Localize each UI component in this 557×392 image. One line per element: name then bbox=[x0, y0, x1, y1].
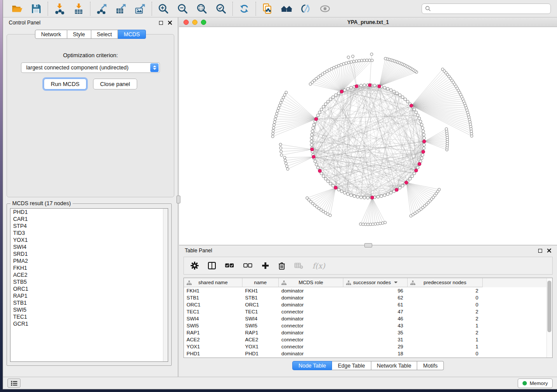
houses-icon[interactable] bbox=[281, 3, 292, 14]
table-cell: dominator bbox=[279, 329, 343, 336]
tab-motifs[interactable]: Motifs bbox=[417, 361, 443, 370]
memory-button[interactable]: Memory bbox=[518, 378, 553, 388]
mcds-result-item[interactable]: TID3 bbox=[10, 230, 168, 237]
mcds-result-item[interactable]: ACE2 bbox=[10, 272, 168, 279]
column-header-mcds-role[interactable]: MCDS role bbox=[279, 278, 343, 287]
mcds-result-item[interactable]: PMA2 bbox=[10, 258, 168, 265]
apply-layout-icon[interactable] bbox=[239, 3, 250, 14]
tab-select[interactable]: Select bbox=[91, 30, 118, 39]
search-field[interactable] bbox=[422, 3, 551, 14]
maximize-window-icon[interactable] bbox=[201, 20, 206, 25]
zoom-out-icon[interactable] bbox=[177, 3, 188, 14]
save-session-icon[interactable] bbox=[31, 3, 42, 14]
table-panel-title: Table Panel bbox=[185, 248, 212, 254]
mcds-result-item[interactable]: PHD1 bbox=[10, 209, 168, 216]
table-row[interactable]: RAP1RAP1dominator352 bbox=[184, 329, 552, 336]
table-row[interactable]: STB1STB1dominator620 bbox=[184, 294, 552, 301]
import-table-icon[interactable] bbox=[73, 3, 84, 14]
table-row[interactable]: YOX1YOX1connector291 bbox=[184, 343, 552, 350]
duplicate-network-icon[interactable] bbox=[262, 3, 273, 14]
mcds-result-item[interactable]: GCR1 bbox=[10, 320, 168, 327]
table-cell: 46 bbox=[343, 315, 408, 322]
criterion-select[interactable]: largest connected component (undirected) bbox=[21, 62, 160, 73]
export-network-icon[interactable] bbox=[96, 3, 107, 14]
table-row[interactable]: TEC1TEC1connector472 bbox=[184, 308, 552, 315]
tab-mcds[interactable]: MCDS bbox=[118, 30, 146, 39]
minimize-window-icon[interactable] bbox=[192, 20, 197, 25]
table-scrollbar-track[interactable] bbox=[547, 278, 552, 358]
table-cell: 0 bbox=[408, 301, 483, 308]
eye-icon[interactable] bbox=[319, 3, 331, 14]
show-panels-button[interactable] bbox=[7, 378, 21, 388]
tab-network-table[interactable]: Network Table bbox=[371, 361, 418, 370]
mcds-result-item[interactable]: TEC1 bbox=[10, 313, 168, 320]
search-input[interactable] bbox=[433, 6, 547, 12]
tab-style[interactable]: Style bbox=[67, 30, 91, 39]
export-image-icon[interactable] bbox=[135, 3, 146, 14]
table-cell: ORC1 bbox=[242, 301, 279, 308]
mcds-result-item[interactable]: STB1 bbox=[10, 299, 168, 306]
table-row[interactable]: PHD1PHD1dominator180 bbox=[184, 350, 552, 357]
mcds-result-item[interactable]: SRD1 bbox=[10, 251, 168, 258]
table-cell: dominator bbox=[279, 350, 343, 357]
float-panel-icon[interactable] bbox=[159, 21, 163, 25]
network-canvas[interactable] bbox=[179, 27, 557, 245]
select-all-rows-icon[interactable] bbox=[225, 263, 234, 268]
graphics-details-icon[interactable] bbox=[300, 3, 311, 14]
mcds-result-item[interactable]: STB5 bbox=[10, 279, 168, 285]
table-row[interactable]: SWI5SWI5connector431 bbox=[184, 322, 552, 329]
mcds-result-item[interactable]: YOX1 bbox=[10, 237, 168, 244]
zoom-selected-icon[interactable] bbox=[215, 3, 227, 14]
tab-network[interactable]: Network bbox=[35, 30, 67, 39]
settings-gear-icon[interactable] bbox=[190, 261, 199, 270]
column-header-successor-nodes[interactable]: successor nodes bbox=[343, 278, 408, 287]
mcds-result-list[interactable]: PHD1CAR1STP4TID3YOX1SWI4SRD1PMA2FKH1ACE2… bbox=[10, 208, 168, 362]
column-header-shared-name[interactable]: shared name bbox=[184, 278, 242, 287]
column-header-name[interactable]: name bbox=[242, 278, 279, 287]
zoom-in-icon[interactable] bbox=[158, 3, 169, 14]
mcds-result-item[interactable]: SWI4 bbox=[10, 244, 168, 251]
table-toolbar: f(x) bbox=[183, 257, 553, 275]
column-label: shared name bbox=[198, 280, 228, 285]
table-cell: 1 bbox=[408, 343, 483, 350]
mcds-result-item[interactable]: CAR1 bbox=[10, 216, 168, 223]
export-table-icon[interactable] bbox=[115, 3, 127, 14]
mcds-result-item[interactable]: SWI5 bbox=[10, 306, 168, 313]
mcds-result-item[interactable]: FKH1 bbox=[10, 265, 168, 272]
run-mcds-button[interactable]: Run MCDS bbox=[44, 79, 86, 89]
table-cell: 1 bbox=[408, 336, 483, 343]
tab-edge-table[interactable]: Edge Table bbox=[332, 361, 371, 370]
deselect-all-rows-icon[interactable] bbox=[243, 263, 253, 268]
import-network-icon[interactable] bbox=[54, 3, 65, 14]
float-panel-icon[interactable] bbox=[538, 249, 542, 253]
table-cell: YOX1 bbox=[242, 343, 279, 350]
open-file-icon[interactable] bbox=[11, 3, 23, 14]
table-row[interactable]: ORC1ORC1dominator610 bbox=[184, 301, 552, 308]
zoom-fit-icon[interactable] bbox=[196, 3, 208, 14]
table-cell: 1 bbox=[408, 322, 483, 329]
close-panel-icon[interactable] bbox=[168, 21, 172, 25]
mcds-result-item[interactable]: ORC1 bbox=[10, 285, 168, 292]
network-graph[interactable] bbox=[179, 27, 557, 245]
show-columns-icon[interactable] bbox=[208, 262, 216, 269]
list-scrollbar-track[interactable] bbox=[163, 209, 168, 361]
close-window-icon[interactable] bbox=[183, 20, 189, 25]
table-row[interactable]: SWI4SWI4dominator462 bbox=[184, 315, 552, 322]
divider-handle[interactable] bbox=[176, 196, 180, 203]
mcds-result-item[interactable]: STP4 bbox=[10, 223, 168, 230]
tab-node-table[interactable]: Node Table bbox=[292, 361, 332, 370]
table-cell: connector bbox=[279, 336, 343, 343]
table-scrollbar-thumb[interactable] bbox=[547, 281, 551, 332]
table-row[interactable]: FKH1FKH1dominator962 bbox=[184, 287, 552, 294]
divider-handle[interactable] bbox=[364, 243, 372, 248]
table-row[interactable]: ACE2ACE2connector311 bbox=[184, 336, 552, 343]
column-header-predecessor-nodes[interactable]: predecessor nodes bbox=[408, 278, 483, 287]
table-cell: dominator bbox=[279, 294, 343, 301]
close-panel-icon[interactable] bbox=[547, 248, 551, 253]
close-panel-button[interactable]: Close panel bbox=[93, 79, 137, 89]
table-cell: 43 bbox=[343, 322, 408, 329]
mcds-result-item[interactable]: RAP1 bbox=[10, 292, 168, 299]
delete-column-icon[interactable] bbox=[278, 262, 285, 270]
add-column-icon[interactable] bbox=[262, 262, 269, 269]
table-cell: 0 bbox=[408, 294, 483, 301]
